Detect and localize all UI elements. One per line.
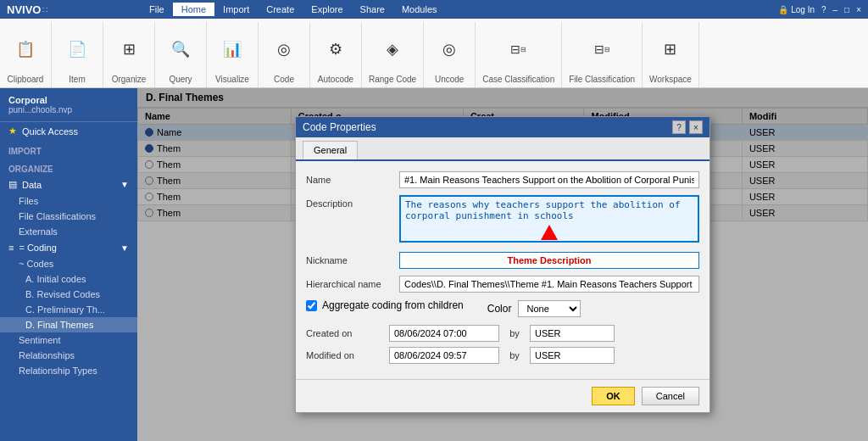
minimize-btn[interactable]: – [833, 5, 838, 14]
ok-button[interactable]: OK [592, 387, 635, 405]
ribbon-btn-workspace[interactable]: ⊞ [652, 33, 689, 65]
modified-input[interactable] [389, 347, 499, 364]
created-label: Created on [306, 328, 382, 338]
ribbon-btn-visualize[interactable]: 📊 [214, 33, 251, 65]
top-bar: NVIVO ∷ File Home Import Create Explore … [0, 0, 868, 19]
sidebar-item-final-themes[interactable]: D. Final Themes [0, 317, 137, 332]
file-classification-label: File Classification [569, 73, 635, 84]
data-label: Data [22, 180, 42, 190]
color-select[interactable]: None [518, 300, 581, 317]
login-link[interactable]: 🔒 Log In [778, 5, 815, 14]
dialog-titlebar: Code Properties ? × [296, 117, 709, 137]
description-row: Description The reasons why teachers sup… [306, 195, 699, 245]
sidebar-item-data[interactable]: ▤ Data ▼ [0, 176, 137, 193]
ribbon-group-autocode: ⚙ Autocode [310, 22, 362, 87]
item-label: Item [69, 73, 85, 84]
created-row: Created on by [306, 325, 699, 342]
project-title: Corporal [8, 95, 129, 105]
close-btn[interactable]: × [856, 5, 861, 14]
nvivo-logo-area: NVIVO ∷ [0, 0, 137, 19]
sidebar-item-preliminary-themes[interactable]: C. Preliminary Th... [0, 302, 137, 317]
created-input[interactable] [389, 325, 499, 342]
code-icon: ◎ [272, 37, 296, 61]
help-icon[interactable]: ? [821, 5, 826, 14]
sidebar-item-sentiment[interactable]: Sentiment [0, 332, 137, 348]
hierarchical-row: Hierarchical name [306, 276, 699, 293]
dialog-title: Code Properties [303, 121, 672, 133]
aggregate-color-row: Aggregate coding from children Color Non… [306, 299, 699, 318]
maximize-btn[interactable]: □ [844, 5, 849, 14]
cancel-button[interactable]: Cancel [642, 387, 699, 405]
item-icon: 📄 [65, 37, 89, 61]
autocode-label: Autocode [318, 73, 353, 84]
query-label: Query [169, 73, 192, 84]
ribbon-group-query: 🔍 Query [155, 22, 207, 87]
uncode-label: Uncode [435, 73, 464, 84]
case-classification-label: Case Classification [482, 73, 554, 84]
sidebar-item-file-classifications[interactable]: File Classifications [0, 209, 137, 224]
name-field-control [399, 171, 699, 188]
sidebar-item-relationships[interactable]: Relationships [0, 348, 137, 363]
ribbon-btn-query[interactable]: 🔍 [162, 33, 199, 65]
dialog-tab-general[interactable]: General [303, 141, 358, 159]
name-field-label: Name [306, 171, 399, 185]
hierarchical-field-control [399, 276, 699, 293]
sidebar-item-codes[interactable]: ~ Codes [0, 256, 137, 271]
ribbon-btn-uncode[interactable]: ◎ [431, 33, 468, 65]
description-field-control: The reasons why teachers support the abo… [399, 195, 699, 245]
menu-share[interactable]: Share [352, 3, 393, 16]
dialog-close-btn[interactable]: × [689, 120, 703, 134]
ribbon-btn-rangecode[interactable]: ◈ [374, 33, 411, 65]
sidebar-quick-access[interactable]: ★ Quick Access [0, 122, 137, 140]
description-field-label: Description [306, 195, 399, 209]
menu-explore[interactable]: Explore [303, 3, 351, 16]
sidebar-item-files[interactable]: Files [0, 193, 137, 209]
menu-file[interactable]: File [141, 3, 173, 16]
menu-modules[interactable]: Modules [393, 3, 446, 16]
case-classification-icon: ⊟⊟ [507, 37, 531, 61]
ribbon-btn-case-classification[interactable]: ⊟⊟ [500, 33, 537, 65]
sidebar-item-externals[interactable]: Externals [0, 224, 137, 239]
modified-by-input[interactable] [530, 347, 615, 364]
ribbon-btn-organize[interactable]: ⊞ [110, 33, 147, 65]
organize-label: Organize [112, 73, 147, 84]
aggregate-row: Aggregate coding from children [306, 299, 464, 311]
sidebar-item-relationship-types[interactable]: Relationship Types [0, 363, 137, 378]
sidebar-item-initial-codes[interactable]: A. Initial codes [0, 271, 137, 287]
nickname-row: Nickname Theme Description [306, 252, 699, 269]
workspace-icon: ⊞ [659, 37, 682, 61]
svg-marker-0 [541, 225, 558, 240]
menu-home[interactable]: Home [173, 3, 214, 16]
aggregate-label: Aggregate coding from children [322, 299, 464, 311]
nickname-field-label: Nickname [306, 252, 399, 265]
menu-create[interactable]: Create [258, 3, 303, 16]
created-by-label: by [506, 328, 523, 338]
ribbon-btn-file-classification[interactable]: ⊟⊟ [583, 33, 620, 65]
sidebar-item-revised-codes[interactable]: B. Revised Codes [0, 287, 137, 302]
import-section-label: IMPORT [0, 143, 137, 158]
expand-data-icon: ▼ [120, 180, 129, 189]
code-properties-dialog: Code Properties ? × General Name [295, 116, 710, 413]
aggregate-checkbox[interactable] [306, 300, 317, 311]
ribbon-btn-clipboard[interactable]: 📋 [7, 33, 44, 65]
sidebar-item-coding[interactable]: ≡ = Coding ▼ [0, 239, 137, 256]
coding-label: = Coding [19, 243, 56, 253]
ribbon-btn-code[interactable]: ◎ [265, 33, 303, 65]
modified-by-label: by [506, 350, 523, 360]
color-label: Color [487, 303, 512, 315]
menu-import[interactable]: Import [214, 3, 258, 16]
ribbon-btn-autocode[interactable]: ⚙ [317, 33, 354, 65]
content-area: D. Final Themes Name Created o Creat Mod… [137, 88, 868, 441]
dialog-tabs: General [296, 137, 709, 161]
uncode-icon: ◎ [437, 37, 461, 61]
ribbon-btn-item[interactable]: 📄 [58, 33, 96, 65]
name-input[interactable] [399, 171, 699, 188]
dialog-overlay: Code Properties ? × General Name [137, 88, 868, 441]
created-by-input[interactable] [530, 325, 615, 342]
ribbon-group-case-classification: ⊟⊟ Case Classification [476, 22, 562, 87]
quick-access-label: Quick Access [22, 126, 78, 137]
hierarchical-input[interactable] [399, 276, 699, 293]
arrow-up-indicator [539, 223, 559, 243]
sidebar: Corporal puni...chools.nvp ★ Quick Acces… [0, 88, 137, 441]
dialog-help-btn[interactable]: ? [672, 120, 686, 134]
